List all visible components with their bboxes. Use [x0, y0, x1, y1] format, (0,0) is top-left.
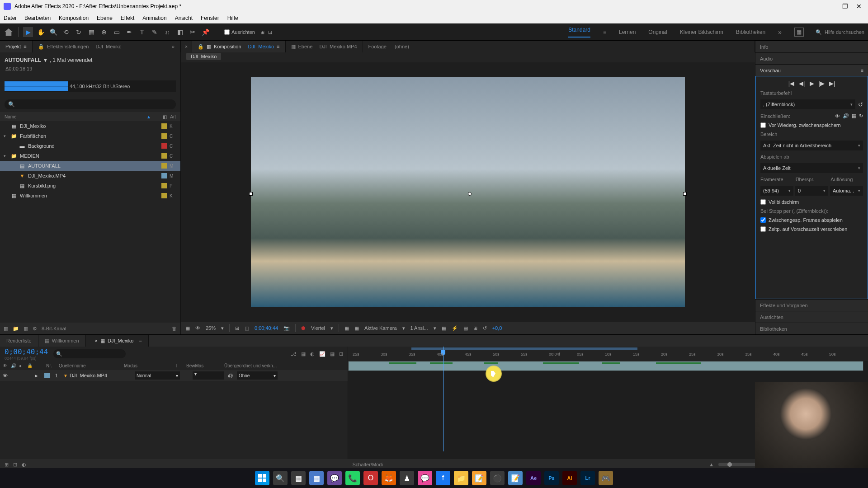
expand-icon[interactable]: ▸ [35, 373, 42, 379]
taskbar-after-effects[interactable]: Ae [526, 471, 541, 485]
panel-audio[interactable]: Audio [755, 52, 868, 64]
sort-arrow-icon[interactable]: ▲ [146, 114, 151, 119]
tab-renderliste[interactable]: Renderliste [0, 335, 38, 347]
motion-blur-icon[interactable]: ◐ [310, 351, 315, 357]
pickwhip-icon[interactable]: @ [226, 373, 235, 378]
panel-ausrichten[interactable]: Ausrichten [755, 311, 868, 323]
tab-projekt[interactable]: Projekt≡ [0, 41, 33, 52]
transparency-icon[interactable]: ▦ [354, 325, 359, 331]
preview-frame[interactable] [251, 77, 685, 307]
menu-bearbeiten[interactable]: Bearbeiten [24, 15, 51, 21]
menu-datei[interactable]: Datei [4, 15, 16, 21]
draft-3d-icon[interactable]: ▦ [330, 351, 335, 357]
blend-mode-dropdown[interactable]: Normal▾ [135, 371, 180, 380]
timeline-timecode[interactable]: 0;00;40;44 [5, 347, 48, 356]
zoom-tool[interactable]: 🔍 [48, 27, 58, 37]
trkmat-dropdown[interactable]: ▾ [193, 371, 224, 380]
taskbar-lightroom[interactable]: Lr [580, 471, 595, 485]
eraser-tool[interactable]: ◧ [175, 27, 185, 37]
menu-hilfe[interactable]: Hilfe [227, 15, 238, 21]
column-art[interactable]: Art [167, 114, 176, 119]
tab-willkommen[interactable]: ▦ Willkommen [38, 335, 86, 347]
workspace-standard[interactable]: Standard [568, 27, 590, 38]
fast-preview-icon[interactable]: ⚡ [452, 325, 458, 331]
lock-column-icon[interactable]: 🔒 [27, 363, 33, 368]
taskbar-obs[interactable]: ⚫ [490, 471, 505, 485]
taskbar-game[interactable]: 🎮 [599, 471, 613, 485]
tab-footage[interactable]: Footage (ohne) [363, 41, 755, 52]
panel-effekte[interactable]: Effekte und Vorgaben [755, 299, 868, 311]
taskbar-notes[interactable]: 📝 [472, 471, 486, 485]
col-quellenname[interactable]: Quellenname [59, 363, 122, 368]
taskbar-editor[interactable]: 📝 [508, 471, 523, 485]
bit-depth-label[interactable]: 8-Bit-Kanal [42, 326, 66, 331]
menu-effekt[interactable]: Effekt [121, 15, 134, 21]
cache-checkbox[interactable] [760, 122, 766, 128]
toggle-switches-icon[interactable]: ⊞ [5, 462, 9, 468]
schalter-modi-label[interactable]: Schalter/Modi [352, 462, 382, 467]
menu-animation[interactable]: Animation [142, 15, 166, 21]
audio-column-icon[interactable]: 🔊 [11, 363, 17, 368]
minimize-button[interactable]: — [828, 3, 834, 10]
chevron-right-icon[interactable]: » [172, 44, 175, 49]
viewer-timecode[interactable]: 0;00;40;44 [255, 325, 278, 331]
views-dropdown[interactable]: 1 Ansi... [410, 325, 428, 331]
taskbar-widgets[interactable]: ▦ [309, 471, 324, 485]
chevron-down-icon[interactable]: ▾ [434, 325, 436, 331]
move-time-checkbox[interactable] [760, 226, 766, 232]
hamburger-icon[interactable]: ≡ [139, 338, 142, 343]
last-frame-button[interactable]: ▶| [829, 80, 835, 87]
workspace-hamburger-icon[interactable]: ≡ [603, 29, 606, 35]
anchor-point-icon[interactable] [468, 192, 472, 196]
shy-icon[interactable]: ⎇ [291, 351, 297, 357]
next-frame-button[interactable]: |▶ [819, 80, 825, 87]
fullscreen-checkbox[interactable] [760, 199, 766, 205]
col-bewmas[interactable]: BewMas [186, 363, 222, 368]
close-tab-icon[interactable]: × [95, 338, 98, 343]
tab-effekteinstellungen[interactable]: 🔒 Effekteinstellungen DJI_Mexikc » [33, 41, 180, 52]
fps-dropdown[interactable]: (59,94)▾ [760, 186, 793, 196]
guides-icon[interactable]: ◫ [245, 325, 249, 331]
play-button[interactable]: ▶ [810, 80, 814, 87]
toggle-brain-icon[interactable]: ◐ [22, 462, 26, 468]
chevron-down-icon[interactable]: ▾ [330, 325, 333, 331]
abspielen-dropdown[interactable]: Aktuelle Zeit▾ [760, 163, 863, 173]
interpret-icon[interactable]: ▦ [4, 326, 8, 332]
workspace-original[interactable]: Original [648, 29, 667, 35]
roto-tool[interactable]: ✂ [188, 27, 198, 37]
col-uebergeordnet[interactable]: Übergeordnet und verkn... [224, 363, 345, 368]
reset-exposure-icon[interactable]: ↺ [483, 325, 487, 331]
roi-icon[interactable]: ▦ [344, 325, 349, 331]
cached-frames-checkbox[interactable] [760, 217, 766, 223]
layer-swatch[interactable] [44, 373, 50, 378]
breadcrumb-item[interactable]: DJI_Mexiko [186, 53, 221, 60]
pen-tool[interactable]: ✒ [124, 27, 134, 37]
ausrichten-checkbox[interactable] [224, 29, 230, 35]
workspace-more-icon[interactable]: » [778, 28, 782, 36]
workspace-grid-icon[interactable]: ▦ [794, 28, 804, 37]
tree-item-comp[interactable]: ▦WillkommenK [0, 191, 180, 201]
column-name[interactable]: Name [5, 114, 146, 119]
viewer-close[interactable]: × [181, 41, 192, 52]
res-dropdown[interactable]: Automa...▾ [830, 186, 863, 196]
loop-toggle-icon[interactable]: ↻ [859, 113, 863, 119]
help-search-input[interactable]: Hilfe durchsuchen [825, 29, 864, 35]
timeline-icon[interactable]: ▤ [463, 325, 468, 331]
chevron-down-icon[interactable]: ▾ [402, 325, 405, 331]
timeline-search-input[interactable]: 🔍 [53, 349, 126, 358]
frame-blend-icon[interactable]: ▦ [301, 351, 306, 357]
workspace-lernen[interactable]: Lernen [619, 29, 636, 35]
tree-item-comp[interactable]: ▦DJI_MexikoK [0, 121, 180, 131]
first-frame-button[interactable]: |◀ [788, 80, 794, 87]
taskbar-firefox[interactable]: 🦊 [382, 471, 396, 485]
bereich-dropdown[interactable]: Akt. Zeit nicht in Arbeitsbereich▾ [760, 141, 863, 150]
taskbar-opera[interactable]: O [363, 471, 378, 485]
tree-item-audio[interactable]: ▤AUTOUNFALLM [0, 161, 180, 171]
taskbar-photoshop[interactable]: Ps [544, 471, 559, 485]
panel-bibliotheken[interactable]: Bibliotheken [755, 323, 868, 334]
home-button[interactable] [4, 27, 14, 37]
brush-tool[interactable]: ✎ [150, 27, 160, 37]
time-ruler[interactable]: 25s 30s 35s 40s 45s 50s 55s 00:04f 05s 1… [348, 347, 868, 361]
camera-tool[interactable]: ▦ [86, 27, 96, 37]
menu-ansicht[interactable]: Ansicht [175, 15, 193, 21]
